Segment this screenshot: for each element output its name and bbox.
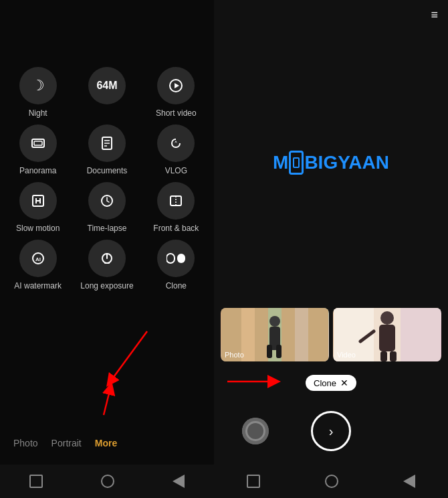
- svg-point-23: [269, 316, 280, 327]
- mode-panorama[interactable]: Panorama: [7, 124, 69, 175]
- slowmotion-icon-bg: [19, 182, 57, 220]
- svg-rect-33: [380, 351, 387, 361]
- nav-square-btn[interactable]: [29, 475, 43, 488]
- shutter-button[interactable]: ›: [311, 411, 351, 451]
- photo-thumbnail[interactable]: Photo: [221, 308, 329, 361]
- clone-label: Clone: [166, 281, 187, 290]
- gallery-thumbnail[interactable]: [242, 418, 269, 444]
- clone-badge-text: Clone: [314, 378, 336, 388]
- shortvideo-label: Short video: [156, 108, 197, 118]
- timelapse-icon-bg: [88, 182, 126, 220]
- 64m-icon: 64M: [96, 80, 117, 92]
- documents-icon-bg: [88, 124, 126, 162]
- left-system-nav: [0, 465, 214, 498]
- tab-more[interactable]: More: [95, 435, 117, 451]
- mode-night[interactable]: ☽ Night: [7, 67, 69, 118]
- left-panel: ☽ Night 64M Short video: [0, 0, 214, 498]
- brand-phone-inner: [293, 157, 300, 168]
- brand-prefix: M: [273, 152, 288, 173]
- video-thumb-label: Video: [337, 351, 356, 359]
- panorama-icon-bg: [19, 124, 57, 162]
- shortvideo-icon-bg: [157, 67, 195, 104]
- svg-rect-31: [379, 325, 395, 351]
- vlog-label: VLOG: [165, 166, 187, 175]
- brand-phone-icon: [289, 151, 304, 175]
- mode-vlog[interactable]: VLOG: [145, 124, 207, 175]
- frontback-label: Front & back: [153, 224, 199, 233]
- longexposure-label: Long exposure: [80, 281, 133, 290]
- right-nav-back[interactable]: [403, 475, 415, 488]
- right-panel: ≡ M BIGYAAN Pho: [214, 0, 448, 498]
- slowmotion-label: Slow motion: [16, 224, 60, 233]
- clone-badge-area: Clone ✕: [214, 368, 448, 398]
- vlog-icon: [168, 135, 184, 151]
- 64m-icon-bg: 64M: [88, 67, 126, 104]
- svg-rect-22: [295, 308, 308, 361]
- slowmotion-icon: [30, 193, 46, 209]
- hamburger-icon[interactable]: ≡: [431, 8, 438, 22]
- svg-rect-34: [390, 351, 397, 361]
- right-nav-circle[interactable]: [325, 475, 338, 488]
- svg-rect-10: [171, 196, 181, 205]
- svg-rect-26: [276, 345, 282, 358]
- vlog-icon-bg: [157, 124, 195, 162]
- night-icon: ☽: [31, 77, 45, 94]
- frontback-icon: [168, 193, 184, 209]
- photo-thumb-label: Photo: [225, 351, 244, 359]
- mode-shortvideo[interactable]: Short video: [145, 67, 207, 118]
- longexposure-icon: [99, 250, 115, 266]
- clone-icon-bg: [157, 240, 195, 277]
- mode-aiwatermark[interactable]: AI AI watermark: [7, 240, 69, 290]
- gallery-thumb-image: [242, 418, 269, 444]
- brand-suffix: BIGYAAN: [304, 152, 389, 173]
- documents-icon: [99, 135, 115, 151]
- timelapse-icon: [99, 193, 115, 209]
- svg-rect-16: [177, 254, 185, 263]
- night-icon-bg: ☽: [19, 67, 57, 104]
- clone-badge: Clone ✕: [306, 375, 356, 391]
- mode-longexposure[interactable]: Long exposure: [76, 240, 138, 290]
- nav-circle-btn[interactable]: [101, 475, 114, 488]
- longexposure-icon-bg: [88, 240, 126, 277]
- camera-controls: ›: [214, 398, 448, 465]
- svg-line-17: [110, 331, 147, 382]
- mode-documents[interactable]: Documents: [76, 124, 138, 175]
- bottom-tabs: Photo Portrait More: [0, 428, 214, 458]
- right-nav-square[interactable]: [247, 475, 260, 488]
- shortvideo-icon: [168, 78, 184, 94]
- mode-slowmotion[interactable]: Slow motion: [7, 182, 69, 233]
- mode-frontback[interactable]: Front & back: [145, 182, 207, 233]
- frontback-icon-bg: [157, 182, 195, 220]
- svg-point-30: [380, 311, 394, 325]
- panorama-label: Panorama: [19, 166, 56, 175]
- mode-timelapse[interactable]: Time-lapse: [76, 182, 138, 233]
- tab-photo[interactable]: Photo: [13, 435, 38, 451]
- svg-rect-38: [247, 423, 263, 439]
- brand-logo: M BIGYAAN: [273, 151, 389, 175]
- panorama-icon: [30, 135, 46, 151]
- shutter-arrow-icon: ›: [329, 424, 334, 439]
- clone-icon: [166, 252, 185, 265]
- tab-portrait[interactable]: Portrait: [51, 435, 82, 451]
- svg-line-18: [104, 388, 110, 415]
- timelapse-label: Time-lapse: [88, 224, 127, 233]
- video-thumbnail[interactable]: Video: [333, 308, 441, 361]
- right-system-nav: [214, 465, 448, 498]
- night-label: Night: [29, 108, 47, 118]
- clone-close-btn[interactable]: ✕: [340, 378, 348, 388]
- aiwatermark-icon-bg: AI: [19, 240, 57, 277]
- svg-marker-1: [175, 83, 179, 88]
- svg-rect-25: [267, 345, 272, 358]
- svg-rect-15: [166, 254, 175, 263]
- aiwatermark-icon: AI: [30, 250, 46, 266]
- mode-64m[interactable]: 64M: [76, 67, 138, 118]
- mode-grid: ☽ Night 64M Short video: [0, 54, 214, 297]
- brand-area: M BIGYAAN: [214, 30, 448, 308]
- svg-rect-29: [401, 308, 441, 361]
- mode-clone[interactable]: Clone: [145, 240, 207, 290]
- top-bar: ≡: [214, 0, 448, 30]
- aiwatermark-label: AI watermark: [14, 281, 62, 290]
- nav-back-btn[interactable]: [173, 475, 185, 488]
- documents-label: Documents: [87, 166, 128, 175]
- svg-text:AI: AI: [35, 256, 41, 262]
